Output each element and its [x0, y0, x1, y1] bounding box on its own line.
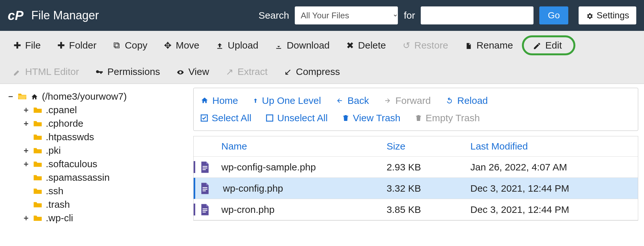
expand-icon[interactable]: + [23, 214, 30, 223]
rename-button[interactable]: Rename [457, 38, 519, 53]
plus-icon: ✚ [56, 40, 66, 51]
tree-item-label: .pki [46, 145, 61, 156]
nav-reload[interactable]: Reload [445, 95, 488, 106]
for-label: for [404, 10, 415, 21]
search-scope-select[interactable]: All Your Files [295, 6, 398, 24]
tree-item-label: .wp-cli [46, 213, 73, 223]
nav-view-trash[interactable]: View Trash [342, 113, 400, 123]
tree-item[interactable]: +.pki [7, 144, 190, 157]
expand-icon[interactable]: + [23, 159, 30, 169]
table-row[interactable]: wp-cron.php3.85 KBDec 3, 2021, 12:44 PM [194, 199, 638, 220]
edit-button[interactable]: Edit [522, 35, 575, 55]
tree-item-label: .htpasswds [46, 132, 94, 142]
tree-item[interactable]: .htpasswds [7, 130, 190, 144]
folder-icon [33, 174, 43, 181]
folder-icon [33, 147, 43, 154]
svg-rect-10 [203, 212, 206, 213]
view-button[interactable]: View [169, 64, 216, 79]
tree-item[interactable]: +.wp-cli [7, 211, 190, 225]
home-icon [30, 91, 39, 102]
svg-rect-1 [267, 115, 273, 121]
upload-icon [215, 40, 225, 50]
download-icon [274, 40, 284, 50]
nav-up[interactable]: Up One Level [252, 95, 321, 106]
nav-back[interactable]: Back [335, 95, 369, 106]
folder-open-icon [17, 93, 27, 100]
search-input[interactable] [421, 6, 533, 24]
expand-icon[interactable]: + [23, 105, 30, 114]
tree-item[interactable]: .ssh [7, 184, 190, 198]
tree-item[interactable]: +.softaculous [7, 157, 190, 171]
edit-doc-icon [12, 67, 22, 77]
permissions-button[interactable]: Permissions [88, 64, 166, 79]
tree-item[interactable]: +.cphorde [7, 117, 190, 130]
app-logo: cP File Manager [8, 8, 99, 23]
file-table: Name Size Last Modified wp-config-sample… [193, 136, 638, 221]
download-button[interactable]: Download [267, 38, 336, 53]
tree-item[interactable]: .trash [7, 198, 190, 211]
svg-rect-7 [203, 190, 206, 191]
file-icon [200, 182, 209, 194]
header-name[interactable]: Name [219, 141, 387, 152]
folder-icon [33, 201, 43, 208]
table-header: Name Size Last Modified [194, 136, 638, 157]
svg-rect-3 [203, 168, 207, 169]
file-modified: Jan 26, 2022, 4:07 AM [470, 162, 638, 173]
nav-select-all[interactable]: Select All [200, 113, 251, 123]
delete-icon: ✖ [345, 40, 355, 51]
file-size: 2.93 KB [387, 162, 470, 173]
rename-icon [464, 40, 473, 50]
pencil-icon [532, 40, 542, 50]
upload-button[interactable]: Upload [208, 38, 265, 53]
restore-icon: ↺ [401, 40, 411, 51]
compress-icon: ↙ [283, 67, 293, 77]
file-button[interactable]: ✚File [6, 38, 47, 53]
file-modified: Dec 3, 2021, 12:44 PM [470, 183, 638, 194]
go-button[interactable]: Go [539, 6, 568, 24]
file-name: wp-config-sample.php [219, 162, 387, 173]
file-icon [200, 161, 209, 173]
tree-item-label: .cpanel [46, 105, 77, 115]
collapse-icon[interactable]: − [7, 92, 14, 101]
copy-button[interactable]: ⧉Copy [105, 38, 154, 53]
tree-root[interactable]: − (/home3/yourwow7) [7, 90, 190, 103]
folder-icon [33, 160, 43, 168]
nav-home[interactable]: Home [200, 95, 238, 106]
svg-rect-8 [203, 208, 207, 209]
extract-icon: ↗ [225, 67, 234, 77]
restore-button: ↺Restore [395, 38, 455, 53]
folder-icon [33, 187, 43, 195]
folder-icon [33, 106, 43, 114]
plus-icon: ✚ [12, 40, 22, 51]
header-modified[interactable]: Last Modified [470, 141, 638, 152]
folder-icon [33, 120, 43, 127]
nav-empty-trash: Empty Trash [415, 113, 480, 123]
gear-icon [586, 10, 593, 21]
svg-rect-4 [203, 169, 206, 170]
tree-item-label: .ssh [46, 186, 63, 196]
file-icon [200, 204, 209, 215]
nav-unselect-all[interactable]: Unselect All [265, 113, 328, 123]
table-row[interactable]: wp-config-sample.php2.93 KBJan 26, 2022,… [194, 157, 638, 178]
settings-button[interactable]: Settings [579, 6, 636, 24]
svg-rect-2 [203, 166, 207, 167]
folder-button[interactable]: ✚Folder [50, 38, 103, 53]
app-title: File Manager [31, 9, 99, 22]
header-size[interactable]: Size [387, 141, 470, 152]
tree-item-label: .spamassassin [46, 172, 110, 183]
svg-rect-9 [203, 210, 207, 211]
copy-icon: ⧉ [112, 40, 121, 51]
file-name: wp-config.php [221, 183, 387, 194]
nav-box: Home Up One Level Back Forward Reload [193, 88, 638, 131]
search-area: Search All Your Files for Go Settings [258, 6, 636, 24]
table-row[interactable]: wp-config.php3.32 KBDec 3, 2021, 12:44 P… [194, 178, 638, 199]
app-header: cP File Manager Search All Your Files fo… [0, 0, 644, 31]
move-button[interactable]: ✥Move [156, 38, 206, 53]
extract-button: ↗Extract [218, 64, 274, 79]
delete-button[interactable]: ✖Delete [339, 38, 392, 53]
tree-item[interactable]: .spamassassin [7, 171, 190, 184]
expand-icon[interactable]: + [23, 119, 30, 128]
tree-item[interactable]: +.cpanel [7, 103, 190, 117]
compress-button[interactable]: ↙Compress [276, 64, 346, 79]
expand-icon[interactable]: + [23, 146, 30, 155]
